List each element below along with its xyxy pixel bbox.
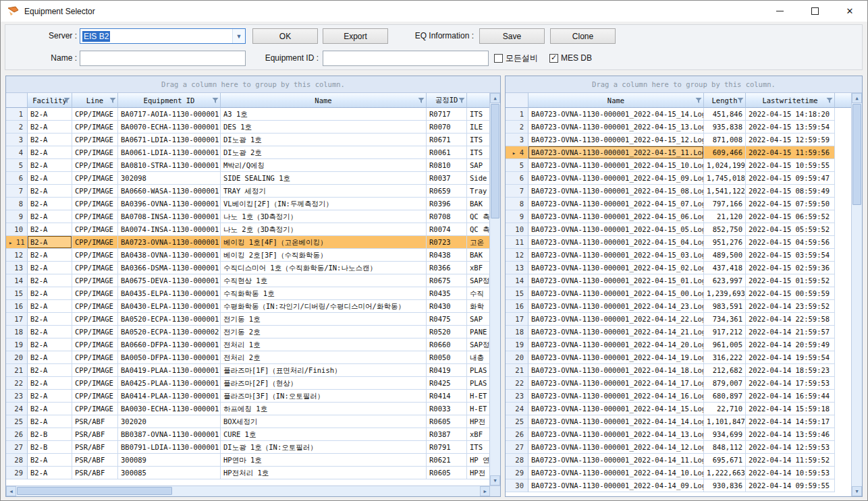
row-number-cell[interactable]: 20 xyxy=(506,351,528,364)
checkbox-icon[interactable] xyxy=(494,54,503,63)
mes-db-checkbox[interactable]: MES DB xyxy=(549,53,592,63)
lastwritetime-cell[interactable]: 2022-04-14 12:59:53 xyxy=(746,441,835,454)
table-row[interactable]: 1 BA0723-OVNA-1130-000001_2022-04-15_14.… xyxy=(506,108,851,121)
lastwritetime-cell[interactable]: 2022-04-14 17:59:53 xyxy=(746,377,835,390)
table-row[interactable]: 21 BA0723-OVNA-1130-000001_2022-04-14_18… xyxy=(506,364,851,377)
filter-icon[interactable] xyxy=(458,97,465,104)
clone-button[interactable]: Clone xyxy=(550,28,616,44)
row-number-cell[interactable]: 27 xyxy=(506,441,528,454)
process-id-cell[interactable]: R0605 xyxy=(427,415,467,428)
table-row[interactable]: 28 B2-A PSR/ABF 300089 HP연마 1호 R0621 HP … xyxy=(6,454,489,467)
partial-column-cell[interactable]: 화학 xyxy=(467,300,489,313)
partial-column-cell[interactable]: xBF xyxy=(467,262,489,274)
facility-cell[interactable]: B2-A xyxy=(28,223,72,236)
row-number-cell[interactable]: 26 xyxy=(6,428,28,441)
process-id-cell[interactable]: R0717 xyxy=(427,108,467,121)
table-row[interactable]: 18 B2-A CPP/IMAGE BA0520-ECPA-1130-00000… xyxy=(6,326,489,338)
line-cell[interactable]: PSR/ABF xyxy=(72,441,118,454)
table-row[interactable]: 4 B2-A CPP/IMAGE BA0061-LDIA-1130-000001… xyxy=(6,146,489,159)
name-cell[interactable]: 전기동 1호 xyxy=(221,313,427,326)
row-number-cell[interactable]: 5 xyxy=(6,159,28,172)
log-name-cell[interactable]: BA0723-OVNA-1130-000001_2022-04-14_23.Lo… xyxy=(528,300,704,313)
log-name-cell[interactable]: BA0723-OVNA-1130-000001_2022-04-14_12.Lo… xyxy=(528,441,704,454)
partial-column-cell[interactable]: 수직 xyxy=(467,287,489,300)
name-cell[interactable]: 수직디스미어 1호（수직화학동/IN:나노스캔） xyxy=(221,262,427,274)
length-cell[interactable]: 1,101,847 xyxy=(704,415,746,428)
scroll-down-icon[interactable]: ▼ xyxy=(852,486,862,496)
row-number-cell[interactable]: 29 xyxy=(6,467,28,479)
table-row[interactable]: 10 B2-A CPP/IMAGE BA0074-INSA-1130-00000… xyxy=(6,223,489,236)
length-cell[interactable]: 879,007 xyxy=(704,377,746,390)
partial-column-cell[interactable]: H-ET xyxy=(467,390,489,403)
ok-button[interactable]: OK xyxy=(252,28,318,44)
name-cell[interactable]: DI노광 1호（IN:오토필러） xyxy=(221,441,427,454)
row-number-cell[interactable]: 28 xyxy=(6,454,28,467)
row-number-cell[interactable]: 25 xyxy=(6,415,28,428)
length-cell[interactable]: 961,005 xyxy=(704,338,746,351)
process-id-cell[interactable]: R0037 xyxy=(427,172,467,185)
equipment-id-cell[interactable]: BA0366-DSMA-1130-000001 xyxy=(118,262,221,274)
filter-icon[interactable] xyxy=(826,97,833,104)
row-number-cell[interactable]: 14 xyxy=(506,274,528,287)
log-name-cell[interactable]: BA0723-OVNA-1130-000001_2022-04-14_17.Lo… xyxy=(528,377,704,390)
length-cell[interactable]: 917,212 xyxy=(704,326,746,338)
table-row[interactable]: 16 B2-A CPP/IMAGE BA0430-ELPA-1130-00000… xyxy=(6,300,489,313)
row-number-cell[interactable]: 21 xyxy=(506,364,528,377)
table-row[interactable]: 23 B2-A CPP/IMAGE BA0414-PLAA-1130-00000… xyxy=(6,390,489,403)
table-row[interactable]: 9 B2-A CPP/IMAGE BA0708-INSA-1130-000001… xyxy=(6,210,489,223)
facility-cell[interactable]: B2-A xyxy=(28,236,72,249)
lastwritetime-cell[interactable]: 2022-04-15 09:59:47 xyxy=(746,172,835,185)
lastwritetime-cell[interactable]: 2022-04-14 13:59:46 xyxy=(746,428,835,441)
partial-column-cell[interactable]: ITS xyxy=(467,441,489,454)
lastwritetime-cell[interactable]: 2022-04-14 14:59:17 xyxy=(746,415,835,428)
table-row[interactable]: 25 B2-A PSR/ABF 302020 BOX세정기 R0605 HP전 xyxy=(6,415,489,428)
length-cell[interactable]: 212,682 xyxy=(704,364,746,377)
process-id-cell[interactable]: R0675 xyxy=(427,274,467,287)
line-cell[interactable]: PSR/ABF xyxy=(72,467,118,479)
name-cell[interactable]: VL베이킹[2F]（IN:두께측정기） xyxy=(221,198,427,210)
lastwritetime-cell[interactable]: 2022-04-14 16:59:44 xyxy=(746,390,835,403)
horizontal-scrollbar[interactable]: ◀ ▶ xyxy=(6,485,500,496)
facility-cell[interactable]: B2-A xyxy=(28,300,72,313)
row-number-cell[interactable]: 28 xyxy=(506,454,528,467)
partial-column-cell[interactable]: HP 연 xyxy=(467,454,489,467)
partial-column-cell[interactable]: HP전 xyxy=(467,415,489,428)
length-cell[interactable]: 316,222 xyxy=(704,351,746,364)
facility-cell[interactable]: B2-A xyxy=(28,185,72,198)
export-button[interactable]: Export xyxy=(323,28,388,44)
log-name-cell[interactable]: BA0723-OVNA-1130-000001_2022-04-15_12.Lo… xyxy=(528,134,704,146)
log-name-cell[interactable]: BA0723-OVNA-1130-000001_2022-04-15_05.Lo… xyxy=(528,223,704,236)
process-id-cell[interactable]: R0387 xyxy=(427,428,467,441)
lastwritetime-cell[interactable]: 2022-04-15 03:59:54 xyxy=(746,249,835,262)
length-cell[interactable]: 951,276 xyxy=(704,236,746,249)
equipment-id-input[interactable] xyxy=(323,51,489,66)
name-cell[interactable]: 플라즈마[2F]（현상） xyxy=(221,377,427,390)
process-id-cell[interactable]: R0070 xyxy=(427,121,467,134)
table-row[interactable]: 12 B2-A CPP/IMAGE BA0438-OVNA-1130-00000… xyxy=(6,249,489,262)
line-cell[interactable]: CPP/IMAGE xyxy=(72,326,118,338)
log-name-cell[interactable]: BA0723-OVNA-1130-000001_2022-04-14_11.Lo… xyxy=(528,454,704,467)
partial-column-cell[interactable]: PLAS xyxy=(467,364,489,377)
length-cell[interactable]: 1,541,122 xyxy=(704,185,746,198)
line-cell[interactable]: CPP/IMAGE xyxy=(72,172,118,185)
row-number-cell[interactable]: 8 xyxy=(6,198,28,210)
server-combobox[interactable]: EIS B2 ▼ xyxy=(80,28,246,44)
name-cell[interactable]: DES 1호 xyxy=(221,121,427,134)
row-number-cell[interactable]: 1 xyxy=(6,108,28,121)
partial-column-cell[interactable]: 고온 xyxy=(467,236,489,249)
name-cell[interactable]: DI노광 2호 xyxy=(221,146,427,159)
table-row[interactable]: 3 B2-A CPP/IMAGE BA0671-LDIA-1130-000001… xyxy=(6,134,489,146)
row-number-cell[interactable]: 3 xyxy=(6,134,28,146)
process-id-cell[interactable]: R0425 xyxy=(427,377,467,390)
scroll-up-icon[interactable]: ▲ xyxy=(852,93,862,103)
length-cell[interactable]: 983,591 xyxy=(704,300,746,313)
table-row[interactable]: 24 BA0723-OVNA-1130-000001_2022-04-14_15… xyxy=(506,403,851,415)
line-cell[interactable]: CPP/IMAGE xyxy=(72,185,118,198)
lastwritetime-cell[interactable]: 2022-04-15 11:59:56 xyxy=(746,146,835,159)
partial-column-cell[interactable]: Tray xyxy=(467,185,489,198)
table-row[interactable]: 17 BA0723-OVNA-1130-000001_2022-04-14_22… xyxy=(506,313,851,326)
equipment-id-cell[interactable]: BB0791-LDIA-1130-000001 xyxy=(118,441,221,454)
process-id-cell[interactable]: R0791 xyxy=(427,441,467,454)
scrollbar-thumb[interactable] xyxy=(852,104,861,205)
table-row[interactable]: 20 B2-A CPP/IMAGE BA0050-DFPA-1130-00000… xyxy=(6,351,489,364)
